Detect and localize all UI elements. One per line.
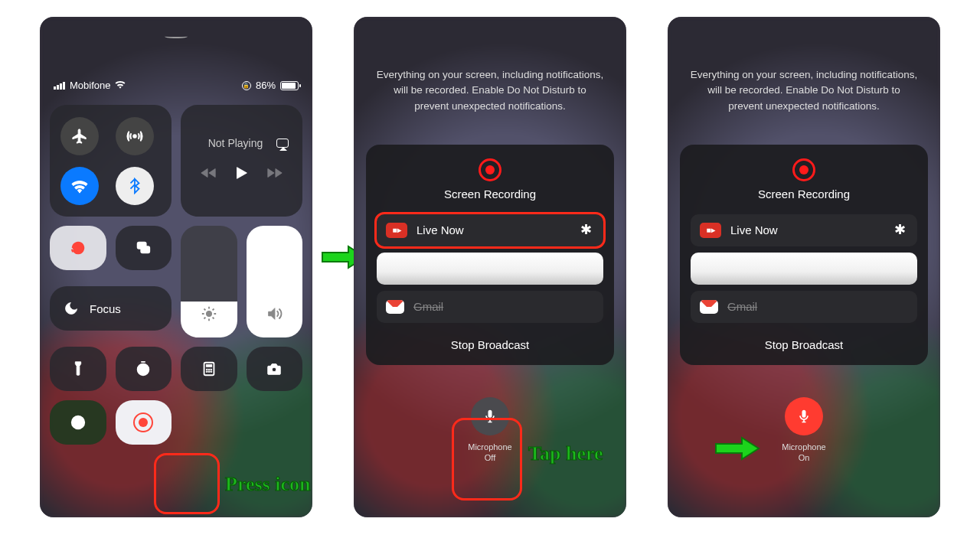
card-title: Screen Recording <box>691 187 917 201</box>
brightness-slider[interactable] <box>181 226 237 337</box>
focus-label: Focus <box>90 302 121 315</box>
bluetooth-toggle[interactable] <box>116 167 154 205</box>
microphone-toggle[interactable] <box>785 397 823 435</box>
svg-point-12 <box>208 371 210 373</box>
broadcast-app-blank-row[interactable] <box>691 253 917 285</box>
recording-info-text: Everything on your screen, including not… <box>354 17 626 114</box>
battery-icon <box>280 81 299 90</box>
stop-broadcast-button[interactable]: Stop Broadcast <box>377 329 603 354</box>
brightness-icon <box>201 305 217 325</box>
svg-point-14 <box>273 367 277 372</box>
gmail-app-icon <box>386 300 404 314</box>
wifi-status-icon <box>115 80 126 91</box>
cellular-data-toggle[interactable] <box>116 117 154 155</box>
status-bar: Mobifone 🔒 86% <box>40 40 312 91</box>
app-name: Gmail <box>727 300 757 313</box>
loading-spinner-icon <box>580 223 594 237</box>
screen-record-tile[interactable] <box>116 400 172 445</box>
screen-recording-card: Screen Recording ■▸ Live Now Gmail Stop … <box>680 145 928 365</box>
airplane-mode-toggle[interactable] <box>60 117 99 155</box>
broadcast-app-live-now[interactable]: ■▸ Live Now <box>691 214 917 246</box>
carrier-label: Mobifone <box>70 80 110 91</box>
svg-point-13 <box>211 371 212 373</box>
accessibility-tile[interactable] <box>50 400 106 445</box>
svg-point-17 <box>77 422 79 423</box>
annotation-text-press-icon: Press icon <box>225 473 310 496</box>
volume-slider[interactable] <box>247 226 303 337</box>
annotation-highlight-record-tile <box>154 453 220 514</box>
now-playing-status: Not Playing <box>194 137 276 149</box>
stop-broadcast-button[interactable]: Stop Broadcast <box>691 329 917 354</box>
previous-track-icon[interactable] <box>200 165 217 184</box>
broadcast-app-gmail[interactable]: Gmail <box>691 291 917 323</box>
focus-tile[interactable]: Focus <box>50 286 172 331</box>
now-playing-tile[interactable]: Not Playing <box>181 105 302 217</box>
next-track-icon[interactable] <box>266 165 283 184</box>
svg-rect-3 <box>142 246 150 253</box>
recording-info-text: Everything on your screen, including not… <box>668 17 940 114</box>
timer-tile[interactable] <box>116 347 172 391</box>
gmail-app-icon <box>700 300 718 314</box>
svg-point-9 <box>208 369 210 370</box>
camera-tile[interactable] <box>247 347 303 391</box>
record-indicator-icon <box>792 158 815 181</box>
loading-spinner-icon <box>894 223 908 237</box>
phone-screenshot-broadcast-picker-mic-on: Everything on your screen, including not… <box>668 17 940 517</box>
live-now-app-icon: ■▸ <box>700 223 721 238</box>
svg-point-10 <box>211 369 212 370</box>
svg-point-0 <box>133 135 136 138</box>
play-icon[interactable] <box>233 165 250 184</box>
svg-point-4 <box>206 311 211 316</box>
app-name: Live Now <box>730 223 778 236</box>
annotation-arrow-2 <box>714 433 761 467</box>
broadcast-app-live-now[interactable]: ■▸ Live Now <box>377 214 603 246</box>
card-title: Screen Recording <box>377 187 603 201</box>
app-name: Gmail <box>413 300 443 313</box>
broadcast-app-blank-row[interactable] <box>377 253 603 285</box>
microphone-toggle[interactable] <box>471 397 509 435</box>
flashlight-tile[interactable] <box>50 347 106 391</box>
cellular-signal-icon <box>54 82 65 90</box>
app-name: Live Now <box>416 223 464 236</box>
microphone-label: MicrophoneOn <box>668 442 940 464</box>
connectivity-tile[interactable] <box>50 105 172 217</box>
volume-icon <box>266 305 283 325</box>
record-icon <box>133 412 153 432</box>
broadcast-app-gmail[interactable]: Gmail <box>377 291 603 323</box>
control-center-grid: Not Playing Focus <box>40 91 312 458</box>
svg-point-8 <box>206 369 207 370</box>
screen-mirroring-tile[interactable] <box>116 226 172 270</box>
svg-point-11 <box>206 371 207 373</box>
phone-screenshot-control-center: Mobifone 🔒 86% <box>40 17 312 517</box>
calculator-tile[interactable] <box>181 347 237 391</box>
live-now-app-icon: ■▸ <box>386 223 407 238</box>
wifi-toggle[interactable] <box>60 167 99 205</box>
airplay-icon[interactable] <box>276 139 289 148</box>
annotation-text-tap-here: Tap here <box>528 442 603 465</box>
orientation-lock-tile[interactable] <box>50 226 106 270</box>
screen-recording-card: Screen Recording ■▸ Live Now Gmail Stop … <box>366 145 614 365</box>
svg-rect-7 <box>206 365 211 367</box>
phone-screenshot-broadcast-picker-mic-off: Everything on your screen, including not… <box>354 17 626 517</box>
battery-percent: 86% <box>256 80 276 91</box>
orientation-lock-icon: 🔒 <box>242 81 251 90</box>
record-indicator-icon <box>479 158 501 181</box>
grabber-arrow-icon <box>165 34 188 38</box>
